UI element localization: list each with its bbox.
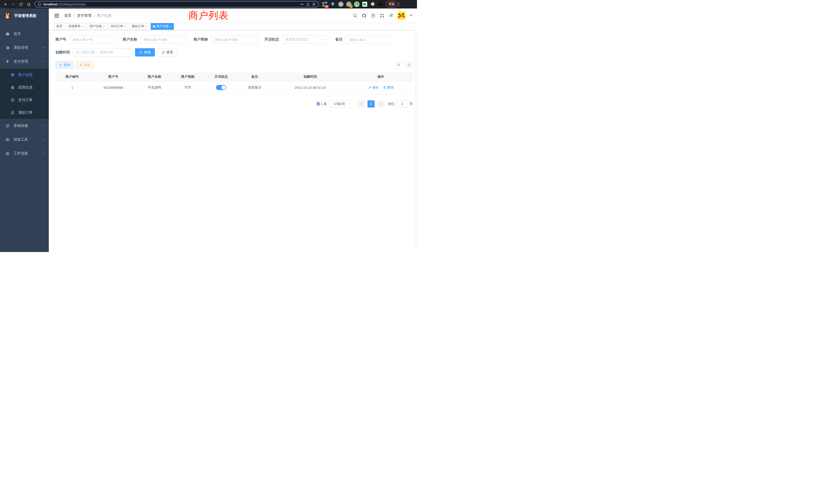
export-button[interactable]: 导出 bbox=[76, 61, 93, 69]
sidebar-item-pay-order[interactable]: 支付订单 bbox=[0, 94, 49, 106]
tab-close-icon[interactable]: × bbox=[82, 25, 84, 28]
refresh-table-button[interactable] bbox=[405, 61, 413, 69]
browser-update-button[interactable]: 更新 bbox=[386, 1, 397, 7]
y-extension-icon[interactable]: y bbox=[354, 2, 359, 7]
page-size-select[interactable]: 10条/页 bbox=[329, 100, 355, 108]
breadcrumb-separator: / bbox=[74, 14, 75, 18]
bookmark-star-icon[interactable] bbox=[312, 2, 316, 6]
sidebar-item-system[interactable]: 系统管理 bbox=[0, 41, 49, 55]
app-logo: 🐰 bbox=[3, 12, 12, 20]
share-icon[interactable] bbox=[306, 2, 310, 6]
filter-merchant-no: 商户号 bbox=[56, 36, 115, 44]
search-button[interactable]: 搜索 bbox=[135, 48, 155, 56]
goto-page-input[interactable] bbox=[397, 100, 408, 108]
browser-reload-button[interactable] bbox=[18, 1, 25, 8]
filter-label: 商户简称 bbox=[194, 37, 208, 42]
browser-menu-icon[interactable] bbox=[398, 3, 400, 6]
tab-close-icon[interactable]: × bbox=[103, 25, 105, 28]
prev-page-button[interactable] bbox=[358, 100, 365, 108]
sidebar-item-payment[interactable]: ¥ 支付管理 bbox=[0, 55, 49, 69]
avatar-caret-icon[interactable] bbox=[410, 15, 412, 18]
chat-extension-icon[interactable] bbox=[362, 2, 368, 7]
status-select[interactable]: 请选择开启状态 bbox=[282, 36, 328, 44]
sidebar-item-home[interactable]: 首页 bbox=[0, 27, 49, 41]
browser-back-button[interactable] bbox=[2, 1, 9, 8]
cell-merchant-id: 1 bbox=[56, 81, 89, 94]
extension-badge: 10 bbox=[325, 5, 329, 8]
status-toggle[interactable] bbox=[216, 85, 226, 90]
sidebar-item-refund-order[interactable]: 退款订单 bbox=[0, 106, 49, 119]
tags-view-bar: 首页 流程表单× 用户分组× 支付订单× 退款订单× 商户信息× bbox=[49, 23, 417, 30]
sidebar-item-infrastructure[interactable]: 基础设施 bbox=[0, 119, 49, 133]
short-name-input[interactable] bbox=[211, 36, 257, 44]
add-button[interactable]: 新增 bbox=[56, 61, 73, 69]
sidebar-item-label: 支付订单 bbox=[18, 98, 32, 102]
full-name-input[interactable] bbox=[140, 36, 186, 44]
notification-extension-icon[interactable]: 1 bbox=[346, 2, 352, 7]
reset-button[interactable]: 重置 bbox=[157, 48, 177, 56]
filter-row-1: 商户号 商户全称 商户简称 开启状态 请选择开启状态 bbox=[56, 36, 413, 44]
app-logo-row[interactable]: 🐰 芋道管理系统 bbox=[0, 8, 49, 23]
fullscreen-icon[interactable] bbox=[380, 13, 385, 18]
merchant-no-input[interactable] bbox=[69, 36, 115, 44]
browser-forward-button[interactable] bbox=[10, 1, 17, 8]
password-key-icon[interactable] bbox=[300, 2, 304, 6]
toggle-search-button[interactable] bbox=[395, 61, 403, 69]
sidebar-item-dev-tools[interactable]: 研发工具 bbox=[0, 133, 49, 146]
site-info-icon[interactable] bbox=[38, 2, 41, 6]
notification-badge: 1 bbox=[350, 5, 353, 8]
chevron-left-icon bbox=[360, 102, 363, 106]
tab-user-group[interactable]: 用户分组× bbox=[87, 23, 107, 30]
delete-link[interactable]: 删除 bbox=[383, 85, 394, 90]
browser-home-button[interactable] bbox=[25, 1, 32, 8]
date-range-picker[interactable]: 开始日期 - 结束日期 bbox=[73, 48, 132, 56]
address-bar[interactable]: localhost:1024/pay/merchant bbox=[35, 1, 319, 7]
github-icon[interactable] bbox=[362, 13, 367, 18]
tab-close-icon[interactable]: × bbox=[170, 25, 172, 28]
page-number-1[interactable]: 1 bbox=[368, 100, 375, 108]
tab-refund-order[interactable]: 退款订单× bbox=[129, 23, 149, 30]
filter-label: 商户号 bbox=[56, 37, 66, 42]
user-avatar[interactable] bbox=[397, 12, 405, 20]
sidebar-item-workflow[interactable]: 工作流程 bbox=[0, 146, 49, 160]
tab-close-icon[interactable]: × bbox=[124, 25, 126, 28]
tab-process-form[interactable]: 流程表单× bbox=[66, 23, 86, 30]
date-separator: - bbox=[97, 50, 98, 54]
start-date-placeholder[interactable]: 开始日期 bbox=[81, 50, 95, 55]
filter-label: 创建时间 bbox=[56, 50, 70, 55]
trash-icon bbox=[383, 86, 386, 89]
header-search-icon[interactable] bbox=[353, 13, 357, 18]
sidebar-item-app-info[interactable]: 应用信息 bbox=[0, 81, 49, 94]
chevron-up-icon bbox=[42, 60, 45, 64]
total-prefix: 共 bbox=[316, 102, 320, 106]
command-extension-icon[interactable]: ⌘ bbox=[338, 2, 344, 7]
raindrop-extension-icon[interactable]: 10 bbox=[322, 2, 328, 7]
page-unit-label: 页 bbox=[410, 101, 413, 106]
tab-home[interactable]: 首页 bbox=[54, 23, 65, 30]
emoji-glyph: 😀 bbox=[378, 2, 383, 6]
font-size-icon[interactable]: TT bbox=[389, 13, 393, 18]
edit-link[interactable]: 修改 bbox=[368, 85, 379, 90]
page-scrollbar[interactable] bbox=[415, 8, 417, 252]
breadcrumb: 首页 / 支付管理 / 商户信息 bbox=[64, 13, 111, 18]
add-button-label: 新增 bbox=[64, 63, 70, 67]
tab-pay-order[interactable]: 支付订单× bbox=[108, 23, 128, 30]
breadcrumb-payment[interactable]: 支付管理 bbox=[77, 13, 91, 18]
end-date-placeholder[interactable]: 结束日期 bbox=[100, 50, 113, 55]
collapse-sidebar-icon[interactable] bbox=[54, 13, 60, 19]
tab-merchant-info[interactable]: 商户信息× bbox=[151, 23, 174, 30]
breadcrumb-home[interactable]: 首页 bbox=[64, 13, 71, 18]
tab-label: 商户信息 bbox=[156, 24, 169, 28]
sidebar-item-label: 退款订单 bbox=[18, 110, 32, 115]
goto-label: 前往 bbox=[388, 101, 395, 106]
gem-extension-icon[interactable] bbox=[330, 2, 336, 7]
font-size-big-glyph: T bbox=[391, 13, 393, 18]
extensions-puzzle-icon[interactable] bbox=[370, 2, 375, 7]
help-icon[interactable] bbox=[371, 13, 375, 18]
emoji-extension-icon[interactable]: 😀 bbox=[378, 2, 383, 7]
remark-input[interactable] bbox=[346, 36, 392, 44]
next-page-button[interactable] bbox=[377, 100, 385, 108]
payment-submenu: 商户信息 应用信息 支付订单 bbox=[0, 69, 49, 119]
tab-close-icon[interactable]: × bbox=[145, 25, 147, 28]
sidebar-item-merchant-info[interactable]: 商户信息 bbox=[0, 69, 49, 81]
